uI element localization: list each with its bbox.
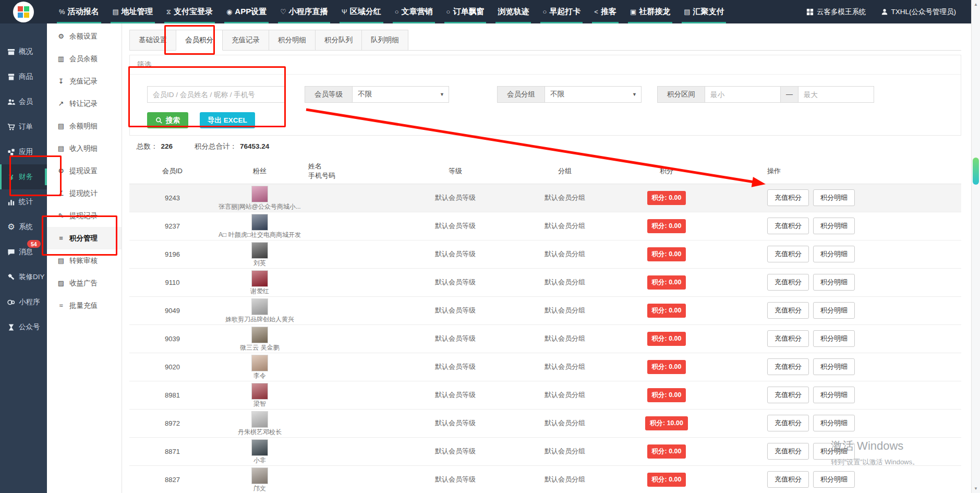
points-min-input[interactable] bbox=[705, 86, 781, 103]
page-scrollbar[interactable]: ▲ ▼ bbox=[971, 0, 980, 493]
sidebar-item-diy[interactable]: 装修DIY bbox=[0, 264, 47, 290]
recharge-points-button[interactable]: 充值积分 bbox=[767, 415, 809, 431]
points-detail-button[interactable]: 积分明细 bbox=[813, 358, 855, 375]
points-max-input[interactable] bbox=[798, 86, 874, 103]
submenu-item-withdraw-settings[interactable]: ⚙提现设置 bbox=[47, 160, 122, 182]
fan-cell: 谢爱红 bbox=[215, 268, 304, 296]
sidebar-item-miniprogram[interactable]: 小程序 bbox=[0, 290, 47, 315]
submenu-item-revenue-ads[interactable]: ▨收益广告 bbox=[47, 272, 122, 294]
points-badge: 积分: 0.00 bbox=[647, 247, 686, 261]
submenu-item-income-detail[interactable]: ▤收入明细 bbox=[47, 137, 122, 160]
topbar-account[interactable]: TXHL(公众号管理员) bbox=[881, 7, 957, 17]
system-icon: ⚙ bbox=[7, 223, 16, 231]
tab-member-points[interactable]: 会员积分 bbox=[176, 30, 223, 51]
topnav: %活动报名▤地址管理⧖支付宝登录◉APP设置♡小程序直播Ψ区域分红○文章营销○订… bbox=[47, 0, 806, 23]
topnav-browse-track[interactable]: 浏览轨迹 bbox=[491, 0, 536, 23]
sidebar-item-finance[interactable]: ¥财务 bbox=[0, 164, 47, 189]
topnav-early-checkin[interactable]: ○早起打卡 bbox=[536, 0, 587, 23]
member-search-input[interactable] bbox=[147, 86, 285, 103]
sidebar-item-apps[interactable]: 应用 bbox=[0, 139, 47, 164]
topnav-address-management[interactable]: ▤地址管理 bbox=[106, 0, 160, 23]
sidebar-item-messages[interactable]: 消息54 bbox=[0, 239, 47, 264]
topnav-order-popup[interactable]: ○订单飘窗 bbox=[440, 0, 491, 23]
recharge-points-button[interactable]: 充值积分 bbox=[767, 330, 809, 347]
tab-queue-detail[interactable]: 队列明细 bbox=[361, 30, 408, 51]
points-detail-button[interactable]: 积分明细 bbox=[813, 471, 855, 488]
points-detail-button[interactable]: 积分明细 bbox=[813, 246, 855, 262]
sidebar-item-official-account[interactable]: 公众号 bbox=[0, 315, 47, 340]
image-icon: ▨ bbox=[56, 279, 66, 287]
submenu-item-balance-settings[interactable]: ⚙余额设置 bbox=[47, 25, 122, 47]
topnav-alipay-login[interactable]: ⧖支付宝登录 bbox=[160, 0, 220, 23]
submenu-item-transfer-records[interactable]: ↗转让记录 bbox=[47, 92, 122, 115]
topbar-system-name[interactable]: 云客多模王系统 bbox=[806, 7, 866, 17]
recharge-points-button[interactable]: 充值积分 bbox=[767, 358, 809, 375]
topnav-miniprogram-live[interactable]: ♡小程序直播 bbox=[273, 0, 335, 23]
submenu-item-withdraw-records[interactable]: ✎提现记录 bbox=[47, 205, 122, 227]
submenu-item-member-balance[interactable]: ▥会员余额 bbox=[47, 47, 122, 70]
submenu-item-points-management[interactable]: ≡积分管理 bbox=[47, 227, 122, 249]
submenu-item-label: 积分管理 bbox=[69, 234, 98, 243]
points-detail-button[interactable]: 积分明细 bbox=[813, 274, 855, 291]
avatar bbox=[251, 467, 268, 484]
topnav-region-dividend[interactable]: Ψ区域分红 bbox=[335, 0, 388, 23]
topnav-article-marketing[interactable]: ○文章营销 bbox=[388, 0, 440, 23]
tab-points-detail[interactable]: 积分明细 bbox=[269, 30, 316, 51]
scrollbar-down-icon[interactable]: ▼ bbox=[972, 484, 980, 493]
avatar bbox=[251, 214, 268, 231]
submenu-item-recharge-records[interactable]: ↧充值记录 bbox=[47, 70, 122, 92]
level-cell: 默认会员等级 bbox=[393, 184, 518, 212]
recharge-points-button[interactable]: 充值积分 bbox=[767, 302, 809, 319]
sidebar-item-orders[interactable]: 订单 bbox=[0, 114, 47, 139]
sidebar-item-overview[interactable]: 概况 bbox=[0, 39, 47, 64]
submenu-item-withdraw-stats[interactable]: ∠提现统计 bbox=[47, 182, 122, 205]
recharge-points-button[interactable]: 充值积分 bbox=[767, 189, 809, 206]
points-detail-button[interactable]: 积分明细 bbox=[813, 302, 855, 319]
topnav-tuike[interactable]: <推客 bbox=[587, 0, 623, 23]
submenu-item-balance-detail[interactable]: ▤余额明细 bbox=[47, 115, 122, 137]
fan-nickname: 小非 bbox=[253, 456, 266, 465]
recharge-points-button[interactable]: 充值积分 bbox=[767, 218, 809, 234]
fan-cell: 邝文 bbox=[215, 465, 304, 493]
recharge-points-button[interactable]: 充值积分 bbox=[767, 443, 809, 460]
points-detail-button[interactable]: 积分明细 bbox=[813, 443, 855, 460]
sidebar-item-members[interactable]: 会员 bbox=[0, 89, 47, 114]
actions-cell: 充值积分积分明细 bbox=[721, 381, 961, 409]
recharge-points-button[interactable]: 充值积分 bbox=[767, 246, 809, 262]
recharge-points-button[interactable]: 充值积分 bbox=[767, 387, 809, 403]
app-logo[interactable] bbox=[13, 2, 34, 22]
recharge-points-button[interactable]: 充值积分 bbox=[767, 274, 809, 291]
table-row: 9196刘英默认会员等级默认会员分组积分: 0.00充值积分积分明细 bbox=[129, 240, 961, 268]
tab-recharge-records[interactable]: 充值记录 bbox=[222, 30, 269, 51]
points-detail-button[interactable]: 积分明细 bbox=[813, 415, 855, 431]
topnav-app-settings[interactable]: ◉APP设置 bbox=[220, 0, 273, 23]
topnav-community-chain[interactable]: ▣社群接龙 bbox=[623, 0, 677, 23]
recharge-points-button[interactable]: 充值积分 bbox=[767, 471, 809, 488]
search-button[interactable]: 搜索 bbox=[147, 112, 188, 128]
table-row: 8972丹朱棋艺邓校长默认会员等级默认会员分组积分: 10.00充值积分积分明细 bbox=[129, 409, 961, 437]
topnav-huiju-pay[interactable]: ▤汇聚支付 bbox=[677, 0, 731, 23]
points-detail-button[interactable]: 积分明细 bbox=[813, 218, 855, 234]
sidebar-item-system[interactable]: ⚙系统 bbox=[0, 214, 47, 239]
points-detail-button[interactable]: 积分明细 bbox=[813, 387, 855, 403]
scrollbar-thumb[interactable] bbox=[973, 158, 979, 185]
table-row: 9110谢爱红默认会员等级默认会员分组积分: 0.00充值积分积分明细 bbox=[129, 268, 961, 296]
submenu-item-batch-recharge[interactable]: ≈批量充值 bbox=[47, 294, 122, 317]
tab-basic-settings[interactable]: 基础设置 bbox=[129, 30, 176, 51]
tab-points-queue[interactable]: 积分队列 bbox=[315, 30, 362, 51]
points-detail-button[interactable]: 积分明细 bbox=[813, 330, 855, 347]
member-level-select[interactable]: 不限 ▼ bbox=[352, 86, 449, 103]
sidebar-item-goods[interactable]: 商品 bbox=[0, 64, 47, 89]
fan-nickname: 谢爱红 bbox=[250, 287, 269, 296]
fan-nickname: 姝歌剪刀品牌创始人黄兴 bbox=[225, 316, 294, 324]
sidebar-item-stats[interactable]: 统计 bbox=[0, 189, 47, 214]
export-excel-button[interactable]: 导出 EXCEL bbox=[200, 112, 255, 128]
avatar bbox=[251, 439, 268, 456]
group-cell: 默认会员分组 bbox=[518, 381, 612, 409]
points-detail-button[interactable]: 积分明细 bbox=[813, 189, 855, 206]
submenu-item-transfer-audit[interactable]: ▤转账审核 bbox=[47, 249, 122, 272]
scrollbar-up-icon[interactable]: ▲ bbox=[972, 0, 980, 9]
member-group-select[interactable]: 不限 ▼ bbox=[545, 86, 642, 103]
topnav-activity-signup[interactable]: %活动报名 bbox=[52, 0, 106, 23]
level-cell: 默认会员等级 bbox=[393, 296, 518, 324]
